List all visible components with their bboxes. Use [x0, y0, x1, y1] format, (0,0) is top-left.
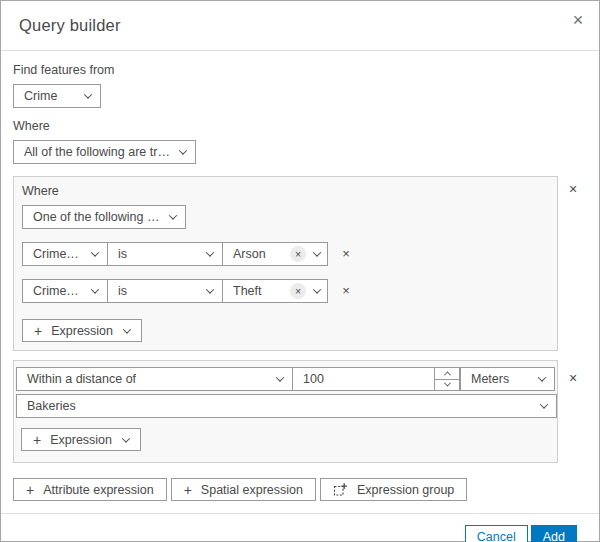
plus-icon: +: [26, 482, 34, 498]
chevron-down-icon: [206, 248, 214, 256]
stepper-down-button[interactable]: [435, 380, 459, 391]
expression-group-label: Expression group: [357, 483, 454, 497]
chevron-down-icon: [123, 325, 131, 333]
chevron-down-icon: [91, 285, 99, 293]
chevron-up-icon: [443, 371, 450, 378]
spatial-expression-row: Within a distance of Meters: [16, 367, 555, 391]
chevron-down-icon: [84, 90, 92, 98]
plus-icon: +: [33, 432, 41, 448]
expression-group-icon: [333, 482, 348, 497]
clear-value-icon[interactable]: ×: [290, 246, 306, 262]
operator-select[interactable]: is: [107, 242, 223, 266]
plus-icon: +: [34, 323, 42, 339]
layer-select-value: Crime: [24, 89, 57, 103]
field-select-value: Crime Type: [33, 284, 82, 298]
spatial-expression-label: Spatial expression: [201, 483, 303, 497]
chevron-down-icon: [443, 380, 450, 387]
layer-select[interactable]: Crime: [13, 84, 101, 108]
value-select-value: Theft: [233, 284, 262, 298]
match-operator-select[interactable]: All of the following are true: [13, 140, 196, 164]
distance-stepper: [434, 368, 459, 390]
unit-select-value: Meters: [471, 372, 509, 386]
match-operator-value: All of the following are true: [24, 145, 170, 159]
add-button[interactable]: Add: [531, 525, 577, 542]
remove-group-button[interactable]: ×: [562, 369, 584, 387]
add-attribute-expression-button[interactable]: + Attribute expression: [13, 478, 167, 501]
spatial-mode-value: Within a distance of: [27, 372, 136, 386]
add-expression-label: Expression: [50, 433, 112, 447]
clear-value-icon[interactable]: ×: [290, 283, 306, 299]
where-label: Where: [13, 119, 587, 133]
chevron-down-icon: [276, 373, 284, 381]
add-expression-actions: + Attribute expression + Spatial express…: [13, 478, 587, 501]
expression-group-2: Within a distance of Meters: [13, 360, 558, 463]
expression-group-1-wrap: Where One of the following are tr... Cri…: [13, 176, 587, 351]
query-builder-dialog: Query builder × Find features from Crime…: [0, 0, 600, 542]
chevron-down-icon: [313, 248, 321, 256]
value-select-value: Arson: [233, 247, 266, 261]
operator-select-value: is: [118, 247, 127, 261]
value-select[interactable]: Arson ×: [222, 242, 328, 266]
remove-expression-button[interactable]: ×: [337, 245, 355, 263]
operator-select-value: is: [118, 284, 127, 298]
remove-expression-button[interactable]: ×: [337, 282, 355, 300]
remove-group-button[interactable]: ×: [562, 180, 584, 198]
dialog-title: Query builder: [19, 16, 121, 35]
spatial-layer-value: Bakeries: [27, 399, 531, 413]
value-select[interactable]: Theft ×: [222, 279, 328, 303]
close-icon[interactable]: ×: [565, 7, 591, 33]
dialog-body: Find features from Crime Where All of th…: [1, 51, 599, 513]
chevron-down-icon: [540, 400, 548, 408]
cancel-button[interactable]: Cancel: [465, 525, 528, 542]
chevron-down-icon: [313, 285, 321, 293]
find-features-label: Find features from: [13, 63, 587, 77]
field-select[interactable]: Crime Type: [22, 242, 108, 266]
chevron-down-icon: [538, 373, 546, 381]
add-expression-button[interactable]: + Expression: [21, 428, 141, 451]
field-select[interactable]: Crime Type: [22, 279, 108, 303]
group1-where-label: Where: [22, 184, 549, 198]
operator-select[interactable]: is: [107, 279, 223, 303]
spatial-layer-select[interactable]: Bakeries: [16, 394, 557, 418]
plus-icon: +: [184, 482, 192, 498]
stepper-up-button[interactable]: [435, 368, 459, 380]
expression-group-1: Where One of the following are tr... Cri…: [13, 176, 558, 351]
dialog-footer: Cancel Add: [1, 513, 599, 542]
distance-input[interactable]: [293, 368, 434, 390]
distance-input-box: [292, 367, 460, 391]
group1-match-operator-select[interactable]: One of the following are tr...: [22, 205, 186, 229]
expression-group-2-wrap: Within a distance of Meters: [13, 360, 587, 463]
add-expression-group-button[interactable]: Expression group: [320, 478, 467, 501]
unit-select[interactable]: Meters: [460, 367, 555, 391]
group1-match-operator-value: One of the following are tr...: [33, 210, 160, 224]
field-select-value: Crime Type: [33, 247, 82, 261]
expression-row: Crime Type is Arson × ×: [22, 242, 549, 266]
attribute-expression-label: Attribute expression: [43, 483, 153, 497]
chevron-down-icon: [169, 211, 177, 219]
chevron-down-icon: [91, 248, 99, 256]
dialog-header: Query builder ×: [1, 1, 599, 51]
chevron-down-icon: [122, 434, 130, 442]
chevron-down-icon: [206, 285, 214, 293]
expression-row: Crime Type is Theft × ×: [22, 279, 549, 303]
add-spatial-expression-button[interactable]: + Spatial expression: [171, 478, 316, 501]
add-expression-button[interactable]: + Expression: [22, 319, 142, 342]
spatial-mode-select[interactable]: Within a distance of: [16, 367, 293, 391]
chevron-down-icon: [179, 146, 187, 154]
add-expression-label: Expression: [51, 324, 113, 338]
